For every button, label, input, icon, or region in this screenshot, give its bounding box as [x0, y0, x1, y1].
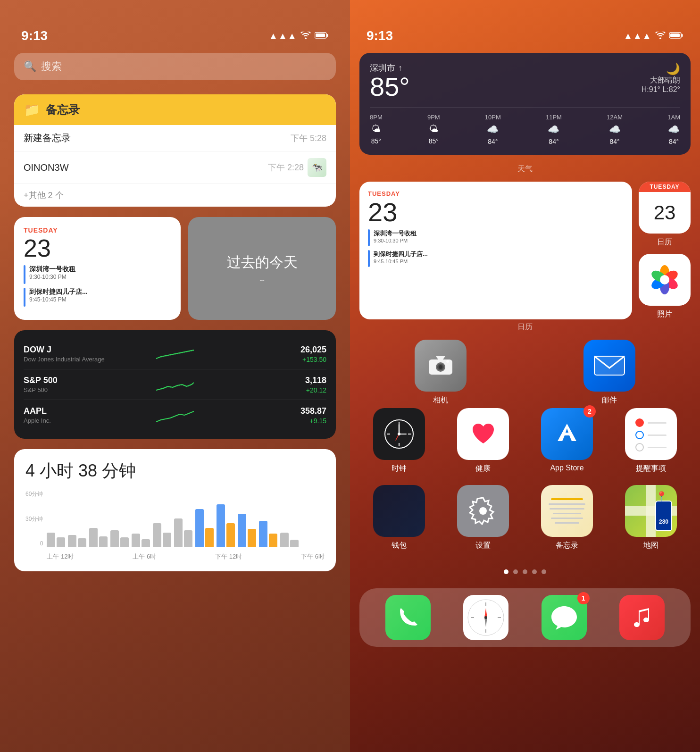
appstore-icon[interactable]: 2 [541, 408, 593, 460]
notes-item-2-img: 🐄 [308, 158, 326, 177]
weather-hour-1: 9PM 🌤 85° [427, 114, 440, 145]
camera-icon[interactable] [415, 340, 467, 392]
weather-temp: 85° [370, 74, 410, 100]
notes-line-3 [550, 508, 584, 510]
reminder-dot-2 [635, 431, 644, 439]
health-app[interactable]: 健康 [443, 408, 523, 474]
maps-app[interactable]: 280 📍 地图 [611, 485, 691, 551]
stock-row-sp: S&P 500 S&P 500 3,118 +20.12 [24, 369, 326, 400]
appstore-label: App Store [550, 464, 583, 472]
right-cal-event-2: 到保时捷四儿子店... 9:45-10:45 PM [368, 250, 624, 267]
svg-point-39 [484, 616, 487, 619]
screentime-widget[interactable]: 4 小时 38 分钟 60分钟 30分钟 0 [14, 449, 336, 571]
photos-app[interactable]: 照片 [639, 254, 691, 319]
right-cal-day: TUESDAY [368, 190, 624, 197]
search-bar[interactable]: 🔍 搜索 [14, 53, 336, 80]
stock-aapl-change: +9.15 [225, 417, 326, 425]
notes-item-1[interactable]: 新建备忘录 下午 5:28 [14, 125, 336, 151]
settings-icon[interactable] [457, 485, 509, 537]
music-dock[interactable] [603, 595, 682, 640]
x-label-3: 下午 6时 [301, 552, 325, 561]
dot-3 [523, 569, 527, 574]
stock-sp-price: 3,118 [225, 376, 326, 385]
calendar-app[interactable]: TUESDAY 23 日历 [639, 182, 691, 247]
notes-app[interactable]: 备忘录 [527, 485, 607, 551]
left-status-bar: 9:13 ▲▲▲ [14, 28, 336, 43]
stock-sp-right: 3,118 +20.12 [225, 376, 326, 394]
maps-label: 地图 [643, 541, 658, 551]
reminder-label: 提醒事项 [636, 464, 666, 474]
safari-dock[interactable] [447, 595, 525, 640]
reminder-icon[interactable] [625, 408, 677, 460]
stock-aapl-price: 358.87 [225, 406, 326, 416]
right-cal-text-2: 到保时捷四儿子店... 9:45-10:45 PM [374, 250, 428, 264]
notes-icon[interactable] [541, 485, 593, 537]
notes-label: 备忘录 [556, 541, 578, 551]
cal-day-label: TUESDAY [24, 226, 171, 234]
clock-icon[interactable] [373, 408, 425, 460]
messages-dock[interactable]: 1 [525, 595, 603, 640]
settings-app[interactable]: 设置 [443, 485, 523, 551]
phone-dock[interactable] [369, 595, 447, 640]
left-calendar-widget[interactable]: TUESDAY 23 深圳湾一号收租 9:30-10:30 PM 到保时捷四儿子… [14, 217, 181, 320]
screentime-chart [47, 490, 325, 547]
camera-app[interactable]: 相机 [359, 340, 522, 405]
health-icon[interactable] [457, 408, 509, 460]
past-today-widget[interactable]: 过去的今天 -- [188, 217, 336, 320]
notes-title: 备忘录 [46, 102, 80, 117]
notes-item-2[interactable]: OINON3W 下午 2:28 🐄 [14, 151, 336, 184]
svg-point-16 [439, 365, 442, 369]
stock-dow-price: 26,025 [225, 345, 326, 355]
y-label-bot: 0 [40, 540, 43, 547]
weather-hour-0: 8PM 🌤 85° [370, 114, 383, 145]
cal-event-2-text: 到保时捷四儿子店... 9:45-10:45 PM [29, 288, 88, 303]
cal-event-2-time: 9:45-10:45 PM [29, 296, 88, 303]
right-time: 9:13 [367, 28, 393, 43]
stock-aapl-right: 358.87 +9.15 [225, 406, 326, 425]
messages-dock-icon[interactable]: 1 [542, 595, 587, 640]
photos-label: 照片 [657, 309, 672, 319]
cal-event-2-bar [24, 288, 25, 307]
reminder-dot-3 [635, 443, 644, 451]
reminder-app[interactable]: 提醒事项 [611, 408, 691, 474]
svg-point-29 [398, 433, 400, 435]
notes-widget[interactable]: 📁 备忘录 新建备忘录 下午 5:28 OINON3W 下午 2:28 🐄 +其… [14, 94, 336, 207]
appstore-app[interactable]: 2 App Store [527, 408, 607, 474]
past-today-text: 过去的今天 [227, 253, 298, 272]
cal-event-1-text: 深圳湾一号收租 9:30-10:30 PM [29, 265, 75, 280]
reminder-line-3 [648, 447, 667, 448]
notes-folder-icon: 📁 [24, 102, 40, 117]
weather-hour-4-icon: ☁️ [609, 124, 621, 135]
weather-widget[interactable]: 深圳市 ↑ 85° 🌙 大部晴朗 H:91° L:82° 8PM 🌤 85° 9… [359, 53, 691, 155]
mail-icon[interactable] [583, 340, 635, 392]
y-label-mid: 30分钟 [25, 515, 43, 523]
stock-aapl-name: Apple Inc. [24, 417, 125, 424]
messages-badge: 1 [577, 592, 590, 604]
stocks-widget[interactable]: DOW J Dow Jones Industrial Average 26,02… [14, 330, 336, 439]
x-label-1: 上午 6时 [133, 552, 156, 561]
weather-hour-3: 11PM ☁️ 84° [546, 114, 562, 145]
notes-line-5 [551, 518, 583, 519]
maps-icon[interactable]: 280 📍 [625, 485, 677, 537]
reminder-line-2 [648, 434, 667, 436]
dot-5 [542, 569, 546, 574]
right-wifi-icon [655, 31, 666, 42]
calendar-icon[interactable]: TUESDAY 23 [639, 182, 691, 234]
wifi-icon [300, 31, 311, 42]
stock-sp-symbol: S&P 500 [24, 376, 125, 385]
notes-line-2 [549, 503, 585, 505]
wallet-icon[interactable] [373, 485, 425, 537]
mail-app[interactable]: 邮件 [528, 340, 691, 405]
photos-icon[interactable] [639, 254, 691, 306]
right-calendar-widget[interactable]: TUESDAY 23 深圳湾一号收租 9:30-10:30 PM 到保时捷四儿子… [359, 182, 632, 319]
settings-label: 设置 [475, 541, 491, 551]
svg-rect-5 [670, 33, 680, 37]
cal-icon-header: TUESDAY [639, 182, 691, 192]
wallet-app[interactable]: 钱包 [359, 485, 439, 551]
safari-dock-icon[interactable] [463, 595, 508, 640]
clock-app[interactable]: 时钟 [359, 408, 439, 474]
phone-dock-icon[interactable] [385, 595, 431, 640]
music-dock-icon[interactable] [619, 595, 665, 640]
weather-section-label: 天气 [517, 164, 533, 174]
stock-sp-change: +20.12 [225, 386, 326, 394]
